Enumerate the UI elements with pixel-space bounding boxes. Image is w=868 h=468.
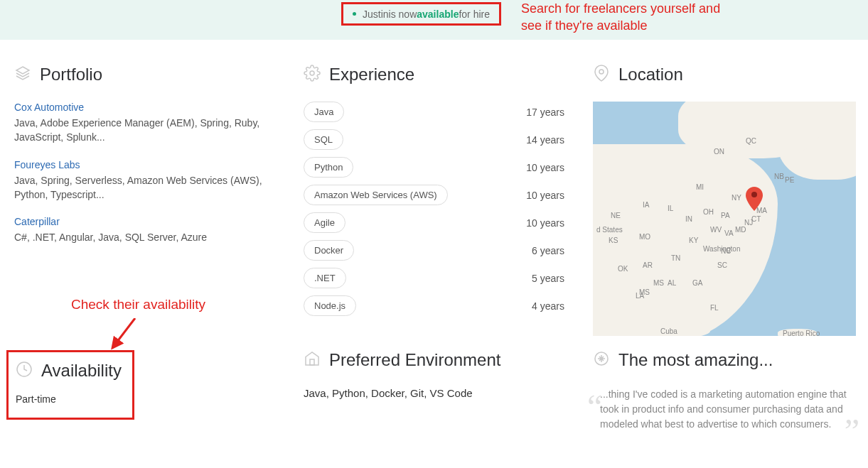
portfolio-tech: Java, Spring, Serverless, Amazon Web Ser… xyxy=(14,173,275,202)
availability-title: Availability xyxy=(41,361,122,381)
portfolio-tech: C#, .NET, Angular, Java, SQL Server, Azu… xyxy=(14,230,275,244)
map-state-label: QC xyxy=(746,137,756,145)
portfolio-section: Portfolio Cox Automotive Java, Adobe Exp… xyxy=(14,65,275,336)
map-state-label: VA xyxy=(724,229,734,237)
experience-years: 6 years xyxy=(532,245,564,256)
map-state-label: KY xyxy=(689,236,698,244)
map-state-label: MO xyxy=(639,233,650,241)
map-label: d States xyxy=(596,226,623,234)
map-state-label: MA xyxy=(756,207,767,214)
experience-row: Java17 years xyxy=(304,102,564,122)
map-pin-icon xyxy=(593,65,610,85)
svg-point-1 xyxy=(310,71,314,75)
amazing-body: ...thing I've coded is a marketing autom… xyxy=(593,387,854,432)
skill-pill[interactable]: Amazon Web Services (AWS) xyxy=(304,185,448,205)
availability-section: Check their availability Availability Pa… xyxy=(14,350,275,432)
map-state-label: IN xyxy=(685,215,692,223)
map-state-label: PE xyxy=(785,176,794,184)
portfolio-link[interactable]: Foureyes Labs xyxy=(14,159,275,170)
map-state-label: ON xyxy=(714,148,724,156)
skill-pill[interactable]: Java xyxy=(304,102,344,122)
layers-icon xyxy=(14,65,31,85)
experience-years: 14 years xyxy=(526,134,564,146)
experience-years: 4 years xyxy=(532,300,564,312)
experience-row: Node.js4 years xyxy=(304,295,564,316)
map-state-label: MI xyxy=(696,183,704,191)
map-state-label: SC xyxy=(717,261,727,269)
map-state-label: MD xyxy=(735,226,746,234)
map-state-label: LA xyxy=(636,292,644,300)
quote-close-icon: ” xyxy=(845,424,859,437)
experience-row: Docker6 years xyxy=(304,240,564,261)
map-state-label: FL xyxy=(710,304,719,312)
banner-status-word: available xyxy=(417,9,459,20)
map-state-label: NC xyxy=(721,247,731,255)
map-state-label: OH xyxy=(703,208,714,216)
portfolio-item: Caterpillar C#, .NET, Angular, Java, SQL… xyxy=(14,216,275,244)
location-title: Location xyxy=(618,65,683,85)
experience-years: 10 years xyxy=(526,217,564,229)
experience-row: Amazon Web Services (AWS)10 years xyxy=(304,185,564,205)
experience-row: Agile10 years xyxy=(304,212,564,233)
portfolio-item: Cox Automotive Java, Adobe Experience Ma… xyxy=(14,102,275,145)
map-state-label: NB xyxy=(774,173,784,180)
environment-value: Java, Python, Docker, Git, VS Code xyxy=(304,387,564,399)
experience-years: 17 years xyxy=(526,107,564,118)
portfolio-link[interactable]: Cox Automotive xyxy=(14,102,275,113)
annotation-top: Search for freelancers yourself and see … xyxy=(521,0,741,35)
experience-years: 10 years xyxy=(526,162,564,173)
svg-rect-6 xyxy=(310,359,314,365)
quote-open-icon: “ xyxy=(587,400,602,413)
svg-point-3 xyxy=(751,192,757,197)
portfolio-link[interactable]: Caterpillar xyxy=(14,216,275,227)
map-state-label: KS xyxy=(609,236,618,244)
portfolio-title: Portfolio xyxy=(40,65,102,85)
map-state-label: AR xyxy=(643,261,653,269)
banner-prefix: is now xyxy=(389,9,417,20)
map-state-label: OK xyxy=(618,265,628,273)
map-state-label: GA xyxy=(692,279,702,287)
portfolio-tech: Java, Adobe Experience Manager (AEM), Sp… xyxy=(14,116,275,145)
svg-marker-0 xyxy=(16,67,29,74)
svg-point-2 xyxy=(599,70,604,74)
map-state-label: WV xyxy=(710,226,722,234)
environment-section: Preferred Environment Java, Python, Dock… xyxy=(304,350,564,432)
experience-title: Experience xyxy=(329,65,414,85)
arrow-icon xyxy=(107,318,142,357)
map-state-label: TN xyxy=(671,254,680,262)
map-state-label: MS xyxy=(653,279,664,287)
sparkle-icon xyxy=(593,350,610,370)
experience-years: 10 years xyxy=(526,190,564,201)
map-state-label: AL xyxy=(668,279,676,287)
skill-pill[interactable]: Python xyxy=(304,157,353,178)
amazing-section: The most amazing... “ ...thing I've code… xyxy=(593,350,854,432)
clock-icon xyxy=(16,361,33,381)
gear-icon xyxy=(304,65,321,85)
skill-pill[interactable]: SQL xyxy=(304,129,343,150)
availability-banner: Justin is now available for hire Search … xyxy=(0,0,868,40)
map-state-label: PA xyxy=(721,212,730,219)
svg-line-4 xyxy=(112,318,135,348)
skill-pill[interactable]: .NET xyxy=(304,268,346,288)
map-state-label: IA xyxy=(643,201,649,209)
banner-suffix: for hire xyxy=(459,9,490,20)
status-dot-icon xyxy=(353,12,356,16)
annotation-availability: Check their availability xyxy=(71,297,205,312)
location-section: Location d States Cuba Puerto Rico Washi… xyxy=(593,65,854,336)
experience-section: Experience Java17 yearsSQL14 yearsPython… xyxy=(304,65,564,336)
home-icon xyxy=(304,350,321,370)
availability-pill: Justin is now available for hire xyxy=(341,2,501,26)
portfolio-item: Foureyes Labs Java, Spring, Serverless, … xyxy=(14,159,275,202)
map-label: Cuba xyxy=(660,327,677,335)
availability-value: Part-time xyxy=(16,393,125,405)
environment-title: Preferred Environment xyxy=(329,350,500,370)
skill-pill[interactable]: Docker xyxy=(304,240,354,261)
banner-name: Justin xyxy=(363,9,389,20)
experience-row: Python10 years xyxy=(304,157,564,178)
skill-pill[interactable]: Node.js xyxy=(304,295,356,316)
experience-years: 5 years xyxy=(532,273,564,284)
skill-pill[interactable]: Agile xyxy=(304,212,345,233)
map-label: Puerto Rico xyxy=(783,330,820,336)
location-map[interactable]: d States Cuba Puerto Rico Washington ONQ… xyxy=(593,102,856,336)
map-state-label: NE xyxy=(611,212,621,219)
